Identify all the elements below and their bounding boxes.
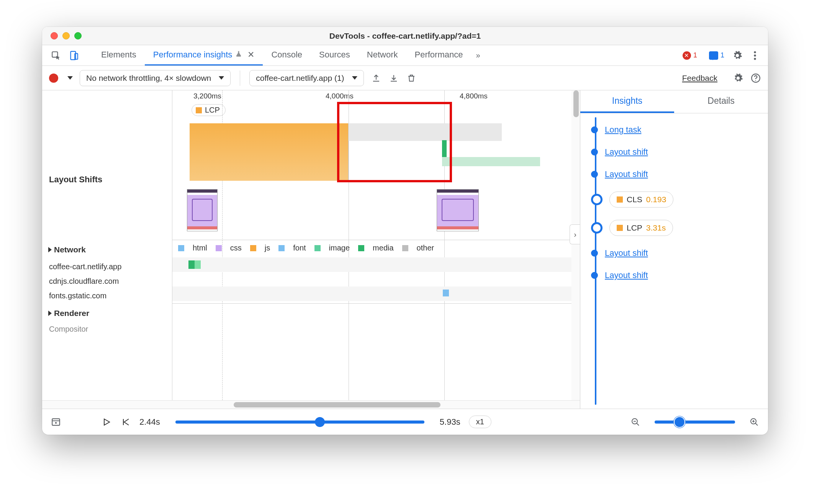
footer-bar: 2.44s 5.93s x1 — [42, 409, 768, 435]
section-network-header[interactable]: Network — [42, 241, 172, 258]
legend-js-icon — [250, 245, 256, 251]
insight-link-layout-shift[interactable]: Layout shift — [605, 147, 648, 157]
help-icon[interactable] — [750, 73, 761, 83]
insight-link-layout-shift[interactable]: Layout shift — [605, 248, 648, 258]
time-slider[interactable] — [175, 421, 424, 424]
inspect-element-icon[interactable] — [51, 50, 61, 61]
tab-sources-label: Sources — [319, 50, 350, 60]
insight-event: Layout shift — [591, 147, 764, 157]
legend-html-icon — [178, 245, 184, 251]
lcp-chip[interactable]: LCP 3.31s — [609, 220, 673, 236]
timeline-block-green[interactable] — [442, 157, 540, 166]
kebab-menu-icon[interactable] — [750, 50, 760, 61]
rewind-icon[interactable] — [120, 417, 131, 427]
insight-event: Layout shift — [591, 248, 764, 258]
insight-link-layout-shift[interactable]: Layout shift — [605, 169, 648, 179]
divider — [240, 70, 240, 86]
event-node-icon — [591, 272, 598, 279]
settings-icon[interactable] — [732, 50, 743, 61]
layout-shift-thumbnail[interactable] — [187, 189, 218, 231]
cls-chip[interactable]: CLS 0.193 — [609, 191, 673, 208]
scrollbar-thumb[interactable] — [573, 90, 579, 117]
legend-html-label: html — [193, 244, 207, 252]
slider-knob[interactable] — [674, 416, 685, 428]
timeline-block-green-strip[interactable] — [442, 140, 447, 157]
timeline-block-gray[interactable] — [349, 123, 502, 141]
legend-image-label: image — [329, 244, 350, 252]
cls-label: CLS — [627, 195, 642, 204]
screenshot-toggle-icon[interactable] — [51, 417, 61, 427]
host-2-label: cdnjs.cloudflare.com — [42, 274, 172, 289]
chevron-down-icon — [352, 76, 357, 80]
legend-font-icon — [278, 245, 285, 251]
timeline-block-orange[interactable] — [190, 123, 349, 181]
tab-sources[interactable]: Sources — [311, 45, 359, 65]
throttling-label: No network throttling, 4× slowdown — [86, 74, 211, 83]
tab-performance[interactable]: Performance — [406, 45, 472, 65]
insights-list[interactable]: Long task Layout shift Layout shift CLS … — [580, 113, 768, 409]
request-block[interactable] — [188, 260, 195, 269]
export-icon[interactable] — [371, 73, 382, 83]
window-controls — [51, 32, 82, 39]
messages-badge[interactable]: 1 — [705, 51, 728, 61]
network-row-2[interactable] — [172, 272, 571, 286]
zoom-slider[interactable] — [655, 421, 735, 424]
scrollbar-thumb[interactable] — [234, 402, 440, 407]
zoom-in-icon[interactable] — [749, 417, 760, 427]
ruler-tick-1: 3,200ms — [193, 92, 221, 100]
tab-performance-insights[interactable]: Performance insights ✕ — [145, 45, 263, 65]
svg-point-3 — [754, 51, 756, 53]
lcp-marker[interactable]: LCP — [192, 104, 226, 116]
close-tab-icon[interactable]: ✕ — [247, 50, 254, 60]
timeline-pane: 3,200ms 4,000ms 4,800ms LCP — [42, 90, 580, 409]
tab-network[interactable]: Network — [359, 45, 406, 65]
delete-icon[interactable] — [406, 73, 417, 83]
throttling-select[interactable]: No network throttling, 4× slowdown — [80, 70, 231, 86]
section-renderer-header[interactable]: Renderer — [42, 305, 172, 322]
tab-elements[interactable]: Elements — [93, 45, 145, 65]
tab-console-label: Console — [271, 50, 302, 60]
maximize-window-icon[interactable] — [74, 32, 82, 39]
minimize-window-icon[interactable] — [62, 32, 70, 39]
slider-knob[interactable] — [315, 417, 325, 427]
tab-console[interactable]: Console — [263, 45, 311, 65]
event-node-major-icon — [591, 222, 603, 234]
device-toolbar-icon[interactable] — [68, 50, 79, 61]
tab-details-label: Details — [707, 96, 734, 106]
speed-pill[interactable]: x1 — [469, 416, 491, 428]
record-button[interactable] — [49, 74, 58, 83]
timeline-scroll[interactable]: 3,200ms 4,000ms 4,800ms LCP — [42, 90, 580, 400]
request-block[interactable] — [443, 290, 449, 296]
lcp-value: 3.31s — [646, 223, 666, 232]
error-icon: ✕ — [683, 51, 691, 60]
insight-link-long-task[interactable]: Long task — [605, 125, 641, 135]
more-tabs-icon[interactable]: » — [476, 51, 480, 60]
insight-event: Layout shift — [591, 270, 764, 280]
network-row-1[interactable] — [172, 257, 571, 272]
perf-controls: No network throttling, 4× slowdown coffe… — [42, 66, 768, 90]
record-menu-icon[interactable] — [67, 76, 73, 80]
feedback-link[interactable]: Feedback — [682, 74, 717, 83]
insight-link-layout-shift[interactable]: Layout shift — [605, 270, 648, 280]
tab-insights[interactable]: Insights — [580, 90, 674, 113]
zoom-out-icon[interactable] — [630, 417, 641, 427]
tab-elements-label: Elements — [101, 50, 136, 60]
play-icon[interactable] — [101, 417, 112, 427]
vertical-scrollbar[interactable] — [571, 90, 580, 400]
recording-select[interactable]: coffee-cart.netlify.app (1) — [249, 70, 364, 86]
lcp-color-icon — [196, 107, 202, 113]
layout-shift-thumbnail[interactable] — [437, 189, 479, 231]
tab-performance-insights-label: Performance insights — [153, 50, 233, 60]
panel-settings-icon[interactable] — [733, 73, 743, 83]
error-badge[interactable]: ✕1 — [678, 50, 701, 61]
tab-details[interactable]: Details — [674, 90, 768, 113]
svg-point-7 — [755, 80, 756, 80]
horizontal-scrollbar[interactable] — [42, 400, 580, 409]
import-icon[interactable] — [388, 73, 399, 83]
collapse-sidebar-icon[interactable]: › — [570, 224, 580, 244]
request-block[interactable] — [195, 260, 201, 269]
close-window-icon[interactable] — [51, 32, 58, 39]
network-row-3[interactable] — [172, 286, 571, 301]
ruler-tick-2: 4,000ms — [326, 92, 354, 100]
event-node-icon — [591, 126, 598, 133]
